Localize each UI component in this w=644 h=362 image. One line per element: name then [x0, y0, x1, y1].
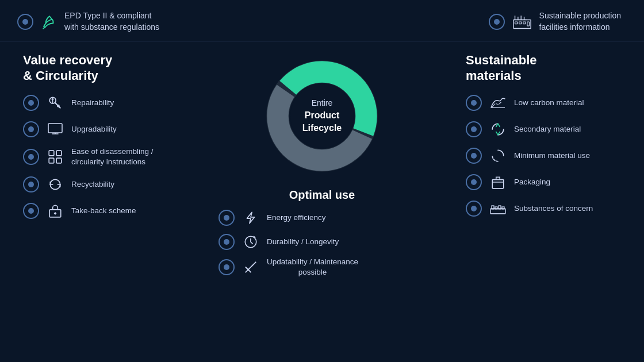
list-item: Upgradability [23, 120, 178, 138]
list-item: Recyclability [23, 175, 178, 194]
item-circle [23, 149, 39, 165]
disassemble-icon [46, 148, 64, 166]
list-item: Secondary material [466, 120, 621, 138]
disassemble-label: Ease of disassembling / circularity inst… [71, 147, 154, 167]
secondary-label: Secondary material [514, 124, 581, 134]
item-circle [466, 201, 482, 217]
item-circle [23, 95, 39, 111]
energy-icon [241, 209, 260, 227]
item-circle [218, 234, 235, 250]
svg-line-32 [246, 263, 255, 272]
header-right-text: Sustainable production facilities inform… [539, 10, 621, 33]
svg-rect-20 [56, 151, 62, 156]
svg-rect-5 [527, 22, 529, 26]
upgradability-label: Upgradability [71, 124, 117, 134]
svg-rect-40 [502, 207, 504, 209]
svg-rect-3 [519, 22, 521, 24]
list-item: Take-back scheme [23, 202, 178, 220]
main-content: Value recovery & Circularity Repairabili… [0, 41, 644, 362]
recycle-icon [46, 175, 64, 194]
leaf-icon [41, 14, 56, 29]
item-circle [23, 203, 39, 219]
packaging-icon [489, 173, 507, 191]
substances-label: Substances of concern [514, 203, 593, 214]
svg-rect-22 [56, 158, 62, 163]
substances-icon [489, 199, 507, 218]
minimum-label: Minimum material use [514, 151, 590, 161]
list-item: Packaging [466, 173, 621, 191]
svg-rect-16 [48, 124, 62, 133]
epd-circle-icon [17, 14, 33, 30]
list-item: Durability / Longevity [218, 233, 339, 251]
svg-marker-30 [247, 212, 255, 224]
left-section-title: Value recovery & Circularity [23, 53, 178, 83]
maintenance-icon [241, 258, 260, 276]
list-item: Ease of disassembling / circularity inst… [23, 147, 178, 167]
item-circle [466, 174, 482, 190]
list-item: Substances of concern [466, 199, 621, 218]
header-left-text: EPD Type II & compliant with substance r… [64, 10, 159, 33]
item-circle [23, 176, 39, 192]
item-circle [23, 121, 39, 137]
durability-icon [241, 233, 260, 251]
header: EPD Type II & compliant with substance r… [0, 0, 644, 41]
list-item: Low carbon material [466, 94, 621, 112]
svg-rect-38 [495, 207, 497, 209]
svg-rect-4 [523, 22, 525, 24]
center-column: Entire Product Lifecycle Optimal use Ene… [184, 41, 460, 362]
svg-rect-34 [492, 180, 504, 188]
item-circle [466, 148, 482, 164]
header-right-item: Sustainable production facilities inform… [489, 10, 621, 33]
bottom-center-section: Optimal use Energy efficiency [184, 188, 460, 278]
optimal-use-title: Optimal use [184, 188, 460, 202]
right-section-title: Sustainable materials [466, 53, 621, 83]
repairability-label: Repairability [71, 98, 114, 108]
list-item: Minimum material use [466, 147, 621, 165]
left-column: Value recovery & Circularity Repairabili… [12, 41, 184, 362]
item-circle [218, 259, 235, 275]
svg-line-0 [43, 27, 44, 28]
updatability-label: Updatability / Maintenance possible [267, 257, 358, 278]
recyclability-label: Recyclability [71, 179, 114, 190]
right-feature-list: Low carbon material Secondary material [466, 94, 621, 218]
svg-rect-2 [515, 22, 517, 24]
right-column: Sustainable materials Low carbon materia… [460, 41, 632, 362]
carbon-icon [489, 94, 507, 112]
list-item: Repairability [23, 94, 178, 112]
list-item: Energy efficiency [218, 209, 326, 227]
spf-circle-icon [489, 14, 505, 30]
donut-chart: Entire Product Lifecycle [259, 53, 385, 179]
secondary-icon [489, 120, 507, 138]
left-feature-list: Repairability Upgradability [23, 94, 178, 220]
item-circle [218, 210, 235, 226]
svg-rect-19 [49, 151, 54, 156]
packaging-label: Packaging [514, 177, 550, 187]
monitor-icon [46, 120, 64, 138]
optimal-use-list: Energy efficiency Durability / Longevity [184, 209, 460, 278]
minimum-icon [489, 147, 507, 165]
factory-icon [513, 14, 531, 29]
svg-point-29 [290, 84, 354, 148]
svg-rect-21 [49, 158, 54, 163]
energy-label: Energy efficiency [267, 213, 326, 223]
repair-icon [46, 94, 64, 112]
takeback-label: Take-back scheme [71, 206, 136, 216]
durability-label: Durability / Longevity [267, 237, 339, 247]
header-left-item: EPD Type II & compliant with substance r… [17, 10, 159, 33]
item-circle [466, 121, 482, 137]
item-circle [466, 95, 482, 111]
list-item: Updatability / Maintenance possible [218, 257, 358, 278]
carbon-label: Low carbon material [514, 98, 584, 108]
takeback-icon [46, 202, 64, 220]
